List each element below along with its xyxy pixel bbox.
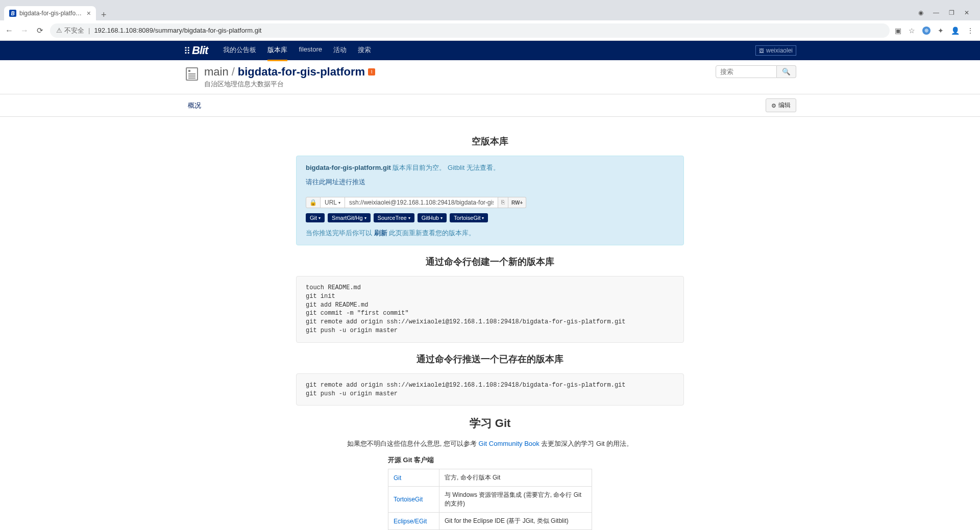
nav-search[interactable]: 搜索 bbox=[358, 40, 371, 61]
nav-filestore[interactable]: filestore bbox=[299, 40, 322, 61]
account-icon[interactable]: ◉ bbox=[917, 9, 925, 16]
create-code-block[interactable]: touch README.md git init git add README.… bbox=[296, 276, 684, 343]
content: 空版本库 bigdata-for-gis-platform.git 版本库目前为… bbox=[184, 117, 796, 530]
search-input[interactable] bbox=[716, 65, 777, 78]
tab-close-icon[interactable]: × bbox=[87, 9, 91, 17]
edit-button[interactable]: 编辑 bbox=[766, 98, 796, 112]
clients-heading: 开源 Git 客户端 bbox=[388, 456, 592, 465]
client-link[interactable]: Eclipse/EGit bbox=[394, 518, 427, 525]
git-book-link[interactable]: Git Community Book bbox=[479, 440, 540, 447]
table-row: Git官方, 命令行版本 Git bbox=[388, 469, 592, 487]
user-menu[interactable]: weixiaolei bbox=[755, 45, 796, 56]
browser-tab[interactable]: B bigdata-for-gis-platform.git - × bbox=[4, 6, 96, 20]
nav-activity[interactable]: 活动 bbox=[333, 40, 347, 61]
user-label: weixiaolei bbox=[766, 47, 793, 54]
table-row: Eclipse/EGitGit for the Eclipse IDE (基于 … bbox=[388, 513, 592, 530]
brand-dots-icon bbox=[184, 45, 191, 53]
window-controls: ◉ — ❐ ✕ bbox=[917, 9, 976, 20]
gear-icon bbox=[771, 102, 776, 109]
repo-search: 🔍 bbox=[716, 65, 796, 78]
alert-footer: 当你推送完毕后你可以 刷新 此页面重新查看您的版本库。 bbox=[306, 229, 674, 238]
subnav-overview[interactable]: 概况 bbox=[184, 99, 205, 112]
rw-badge: RW+ bbox=[508, 197, 526, 208]
forward-button[interactable]: → bbox=[19, 26, 30, 35]
breadcrumb-separator: / bbox=[232, 65, 235, 79]
table-row: TortoiseGit与 Windows 资源管理器集成 (需要官方, 命令行 … bbox=[388, 487, 592, 513]
alert-title: bigdata-for-gis-platform.git 版本库目前为空。 Gi… bbox=[306, 163, 674, 172]
nav-items: 我的公告板 版本库 filestore 活动 搜索 bbox=[223, 40, 371, 61]
tool-sourcetree[interactable]: SourceTree ▾ bbox=[374, 213, 414, 222]
push-url-link[interactable]: 请往此网址进行推送 bbox=[306, 178, 365, 187]
repo-name-link[interactable]: bigdata-for-gis-platform bbox=[238, 65, 365, 79]
browser-actions: ▣ ☆ ⊕ ✦ 👤 ⋮ bbox=[895, 27, 976, 35]
client-desc: 官方, 命令行版本 Git bbox=[439, 469, 592, 487]
search-icon: 🔍 bbox=[782, 68, 791, 75]
maximize-button[interactable]: ❐ bbox=[947, 9, 955, 16]
repo-title: main / bigdata-for-gis-platform ⌇ bbox=[204, 65, 375, 79]
nav-dashboard[interactable]: 我的公告板 bbox=[223, 40, 256, 61]
reload-button[interactable]: ⟳ bbox=[35, 26, 45, 35]
menu-icon[interactable]: ⋮ bbox=[967, 27, 974, 35]
repo-subnav: 概况 编辑 bbox=[0, 94, 980, 117]
push-code-block[interactable]: git remote add origin ssh://weixiaolei@1… bbox=[296, 373, 684, 406]
tab-title: bigdata-for-gis-platform.git - bbox=[19, 10, 84, 17]
tool-tortoisegit[interactable]: TortoiseGit ▾ bbox=[450, 213, 488, 222]
copy-url-button[interactable]: ⎘ bbox=[498, 197, 508, 208]
bookmark-icon[interactable]: ☆ bbox=[909, 27, 915, 35]
learn-heading: 学习 Git bbox=[296, 416, 684, 431]
client-link[interactable]: Git bbox=[394, 474, 401, 482]
extensions-icon[interactable]: ✦ bbox=[938, 27, 944, 35]
clone-tool-buttons: Git ▾ SmartGit/Hg ▾ SourceTree ▾ GitHub … bbox=[306, 213, 674, 222]
refresh-link[interactable]: 刷新 bbox=[374, 229, 387, 237]
back-button[interactable]: ← bbox=[4, 26, 14, 35]
nav-repositories[interactable]: 版本库 bbox=[267, 40, 287, 61]
translate-icon[interactable]: ▣ bbox=[895, 27, 901, 35]
client-link[interactable]: TortoiseGit bbox=[394, 496, 423, 503]
clients-table: Git官方, 命令行版本 Git TortoiseGit与 Windows 资源… bbox=[388, 469, 592, 530]
close-window-button[interactable]: ✕ bbox=[963, 9, 971, 16]
gitblit-navbar: Blit 我的公告板 版本库 filestore 活动 搜索 weixiaole… bbox=[0, 41, 980, 60]
brand-logo[interactable]: Blit bbox=[184, 44, 208, 57]
extension-globe-icon[interactable]: ⊕ bbox=[922, 27, 930, 35]
client-desc: Git for the Eclipse IDE (基于 JGit, 类似 Git… bbox=[439, 513, 592, 530]
tool-smartgit[interactable]: SmartGit/Hg ▾ bbox=[328, 213, 371, 222]
empty-heading: 空版本库 bbox=[296, 135, 684, 147]
client-desc: 与 Windows 资源管理器集成 (需要官方, 命令行 Git 的支持) bbox=[439, 487, 592, 513]
search-button[interactable]: 🔍 bbox=[777, 65, 796, 78]
rss-icon[interactable]: ⌇ bbox=[368, 68, 375, 75]
url-text: 192.168.1.108:8089/summary/bigdata-for-g… bbox=[94, 27, 261, 34]
learn-intro: 如果您不明白这些信息什么意思, 您可以参考 Git Community Book… bbox=[296, 439, 684, 448]
learn-section: 学习 Git 如果您不明白这些信息什么意思, 您可以参考 Git Communi… bbox=[296, 416, 684, 530]
url-protocol-dropdown[interactable]: URL ▾ bbox=[321, 197, 345, 208]
tool-github[interactable]: GitHub ▾ bbox=[418, 213, 447, 222]
browser-tab-strip: B bigdata-for-gis-platform.git - × + ◉ —… bbox=[0, 0, 980, 20]
push-heading: 通过命令行推送一个已存在的版本库 bbox=[296, 353, 684, 365]
tab-favicon-icon: B bbox=[9, 10, 16, 17]
profile-icon[interactable]: 👤 bbox=[951, 27, 960, 35]
empty-alert: bigdata-for-gis-platform.git 版本库目前为空。 Gi… bbox=[296, 156, 684, 245]
repo-icon bbox=[186, 67, 198, 81]
brand-text: Blit bbox=[192, 44, 208, 57]
security-warning-icon: ⚠ 不安全 bbox=[56, 26, 84, 35]
minimize-button[interactable]: — bbox=[932, 9, 940, 16]
new-tab-button[interactable]: + bbox=[96, 10, 112, 20]
create-heading: 通过命令行创建一个新的版本库 bbox=[296, 256, 684, 268]
repo-owner-link[interactable]: main bbox=[204, 65, 229, 79]
clone-url-row: 🔒 URL ▾ ⎘ RW+ bbox=[306, 197, 674, 208]
tool-git[interactable]: Git ▾ bbox=[306, 213, 325, 222]
url-lock-icon: 🔒 bbox=[306, 197, 321, 208]
browser-address-bar: ← → ⟳ ⚠ 不安全 | 192.168.1.108:8089/summary… bbox=[0, 20, 980, 41]
clone-url-field[interactable] bbox=[345, 197, 498, 208]
address-field[interactable]: ⚠ 不安全 | 192.168.1.108:8089/summary/bigda… bbox=[50, 23, 890, 38]
repo-header: main / bigdata-for-gis-platform ⌇ 自治区地理信… bbox=[0, 60, 980, 94]
repo-description: 自治区地理信息大数据平台 bbox=[204, 80, 375, 89]
edit-label: 编辑 bbox=[778, 101, 791, 110]
